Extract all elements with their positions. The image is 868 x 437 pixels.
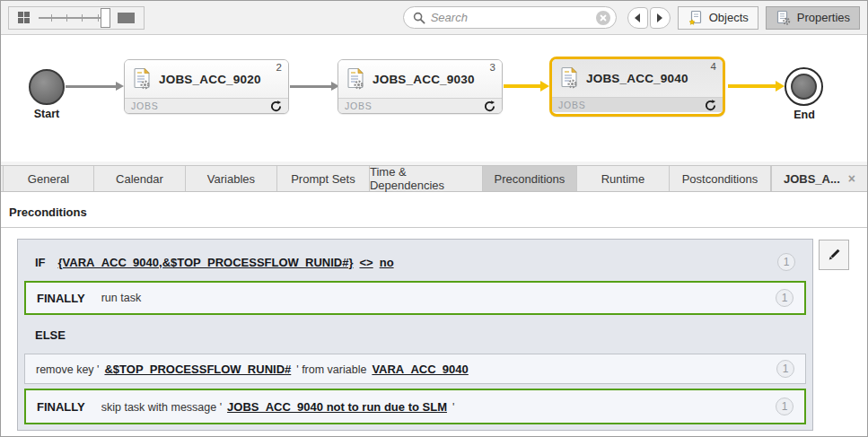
finally-skip-row: FINALLY skip task with message ' JOBS_AC… — [24, 389, 806, 424]
section-divider — [1, 227, 867, 228]
clear-search-button[interactable] — [596, 11, 610, 25]
skip-suffix: ' — [452, 401, 454, 414]
remove-prefix: remove key ' — [36, 363, 99, 376]
tab-postconditions[interactable]: Postconditions — [670, 166, 771, 191]
variable-link[interactable]: VARA_ACC_9040 — [372, 363, 468, 376]
if-keyword: IF — [35, 256, 46, 269]
preconditions-pane: Preconditions IF {VARA_ACC_9040,&$TOP_PR… — [1, 192, 867, 437]
finally-run-row: FINALLY run task 1 — [24, 281, 806, 315]
zoom-tick — [66, 14, 67, 22]
precondition-rules-panel: IF {VARA_ACC_9040,&$TOP_PROCESSFLOW_RUNI… — [17, 239, 813, 431]
prev-button[interactable] — [627, 7, 648, 29]
zoom-slider-handle[interactable] — [101, 8, 110, 28]
key-link[interactable]: &$TOP_PROCESSFLOW_RUNID# — [104, 363, 291, 376]
tab-general[interactable]: General — [4, 166, 94, 191]
job-node-jobs-acc-9020[interactable]: JOBS_ACC_9020 2 JOBS — [124, 59, 289, 114]
properties-tab-bar: General Calendar Variables Prompt Sets T… — [1, 165, 867, 192]
pencil-icon — [826, 247, 842, 263]
zoom-fit-button[interactable] — [118, 13, 135, 23]
next-button[interactable] — [650, 7, 671, 29]
close-icon — [600, 14, 607, 22]
tab-time-dependencies[interactable]: Time & Dependencies — [370, 166, 483, 191]
close-icon[interactable]: × — [848, 171, 855, 186]
count-badge: 1 — [776, 360, 794, 378]
tab-label: Postconditions — [682, 172, 758, 186]
edge-9040-to-end — [728, 84, 776, 88]
message-link[interactable]: JOBS_ACC_9040 not to run due to SLM — [227, 400, 447, 414]
rerun-icon — [270, 101, 282, 112]
zoom-control-group — [8, 6, 145, 30]
properties-button[interactable]: Properties — [766, 6, 860, 30]
node-header: JOBS_ACC_9030 3 — [338, 60, 502, 98]
tab-label: Prompt Sets — [291, 172, 355, 186]
job-icon — [132, 67, 152, 91]
node-order-number: 4 — [711, 61, 716, 72]
finally-keyword: FINALLY — [37, 292, 85, 305]
tab-label: General — [28, 172, 69, 186]
tab-prompt-sets[interactable]: Prompt Sets — [277, 166, 370, 191]
node-type-label: JOBS — [131, 101, 159, 111]
operator-link[interactable]: <> — [360, 256, 373, 269]
object-tab-jobs-acc-9040[interactable]: JOBS_A... × — [771, 166, 867, 191]
tab-calendar[interactable]: Calendar — [94, 166, 186, 191]
else-row: ELSE — [24, 319, 806, 350]
workflow-editor-window: Objects Properties Start — [0, 0, 868, 437]
edge-9020-to-9030 — [290, 85, 331, 88]
condition-link[interactable]: {VARA_ACC_9040,&$TOP_PROCESSFLOW_RUNID#} — [58, 256, 354, 269]
properties-page-icon — [776, 10, 792, 26]
end-label: End — [779, 109, 829, 121]
zoom-slider[interactable] — [39, 8, 109, 28]
if-expression: {VARA_ACC_9040,&$TOP_PROCESSFLOW_RUNID#}… — [58, 256, 394, 269]
end-node[interactable] — [785, 67, 823, 106]
count-badge: 1 — [777, 253, 795, 271]
job-node-jobs-acc-9040[interactable]: JOBS_ACC_9040 4 JOBS — [549, 57, 725, 117]
edge-arrowhead — [116, 82, 124, 91]
objects-button-label: Objects — [709, 11, 749, 24]
properties-button-label: Properties — [797, 11, 850, 24]
objects-page-icon — [688, 10, 704, 26]
search-icon — [413, 12, 425, 24]
else-keyword: ELSE — [35, 328, 66, 342]
tab-preconditions[interactable]: Preconditions — [483, 166, 577, 191]
job-icon — [559, 66, 579, 90]
overview-grid-icon[interactable] — [18, 12, 30, 23]
node-footer: JOBS — [552, 97, 723, 112]
search-input[interactable] — [431, 11, 591, 24]
skip-task-text: skip task with message ' JOBS_ACC_9040 n… — [101, 400, 455, 414]
tab-label: Runtime — [601, 172, 644, 186]
node-title: JOBS_ACC_9040 — [586, 72, 688, 85]
node-order-number: 3 — [490, 62, 495, 73]
rerun-icon — [705, 100, 716, 111]
start-node[interactable] — [29, 69, 65, 105]
section-title: Preconditions — [1, 192, 867, 219]
node-header: JOBS_ACC_9020 2 — [125, 60, 288, 98]
tab-label: Preconditions — [495, 172, 566, 186]
if-row: IF {VARA_ACC_9040,&$TOP_PROCESSFLOW_RUNI… — [24, 247, 806, 277]
finally-keyword: FINALLY — [37, 400, 85, 414]
rerun-icon — [484, 101, 495, 112]
objects-button[interactable]: Objects — [678, 6, 758, 30]
edge-9030-to-9040 — [504, 84, 541, 88]
node-footer: JOBS — [125, 98, 288, 113]
node-order-number: 2 — [276, 62, 282, 73]
zoom-tick — [82, 14, 83, 22]
edge-arrowhead — [776, 81, 785, 92]
job-icon — [346, 67, 365, 91]
search-box — [403, 6, 617, 29]
edit-button[interactable] — [819, 240, 849, 270]
zoom-tick — [51, 14, 52, 22]
count-badge: 1 — [776, 398, 793, 415]
zoom-tick — [98, 14, 99, 22]
node-title: JOBS_ACC_9030 — [373, 73, 475, 86]
tab-runtime[interactable]: Runtime — [577, 166, 670, 191]
tab-variables[interactable]: Variables — [186, 166, 277, 191]
node-header: JOBS_ACC_9040 4 — [552, 59, 723, 97]
left-arrow-icon — [635, 13, 640, 22]
job-node-jobs-acc-9030[interactable]: JOBS_ACC_9030 3 JOBS — [338, 59, 503, 114]
remove-key-row: remove key ' &$TOP_PROCESSFLOW_RUNID# ' … — [24, 354, 806, 384]
value-link[interactable]: no — [380, 256, 394, 269]
start-label: Start — [22, 108, 72, 120]
right-arrow-icon — [657, 13, 662, 22]
tab-label: Calendar — [116, 172, 163, 186]
node-type-label: JOBS — [345, 101, 373, 111]
